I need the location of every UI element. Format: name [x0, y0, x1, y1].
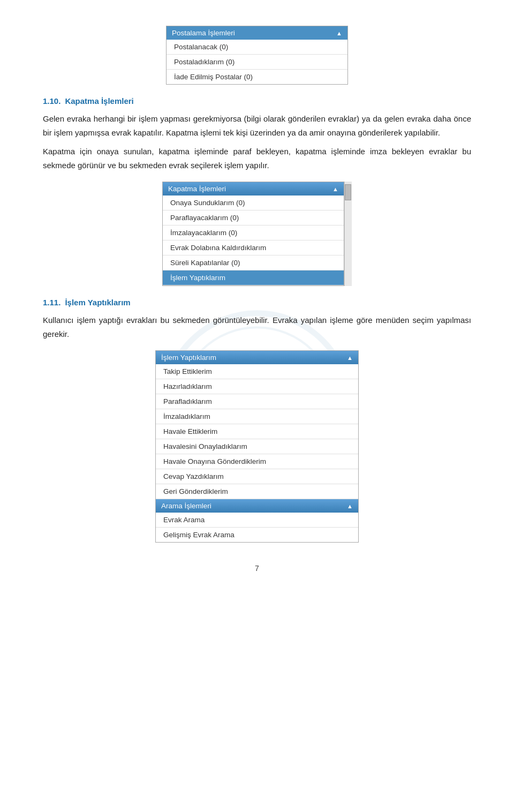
section-11-title: İşlem Yaptıklarım	[65, 298, 130, 307]
section-10-paragraph2: Kapatma için onaya sunulan, kapatma işle…	[43, 145, 471, 172]
arama-panel-header: Arama İşlemleri ▲	[156, 499, 358, 513]
kapatma-item-4[interactable]: Evrak Dolabına Kaldırdıklarım	[163, 240, 344, 255]
kapatma-selected-item[interactable]: İşlem Yaptıklarım	[163, 270, 344, 285]
page-number: 7	[43, 564, 471, 573]
kapatma-item-1[interactable]: Onaya Sunduklarım (0)	[163, 196, 344, 210]
postalama-item-2[interactable]: Postaladıklarım (0)	[167, 55, 347, 70]
kapatma-item-2[interactable]: Paraflayacaklarım (0)	[163, 210, 344, 225]
postalama-panel-container: Postalama İşlemleri ▲ Postalanacak (0) P…	[43, 26, 471, 85]
islem-item-7[interactable]: Havale Onayına Gönderdiklerim	[156, 454, 358, 469]
postalama-panel-header: Postalama İşlemleri ▲	[167, 26, 347, 40]
islem-item-2[interactable]: Hazırladıklarım	[156, 379, 358, 394]
islem-panel-container: İşlem Yaptıklarım ▲ Takip Ettiklerim Haz…	[43, 350, 471, 543]
kapatma-panel-container: Kapatma İşlemleri ▲ Onaya Sunduklarım (0…	[43, 182, 471, 286]
postalama-chevron-up-icon: ▲	[336, 30, 342, 36]
arama-header-label: Arama İşlemleri	[161, 502, 211, 510]
islem-panel-header: İşlem Yaptıklarım ▲	[156, 351, 358, 364]
section-11-paragraph1: Kullanıcı işlem yaptığı evrakları bu sek…	[43, 313, 471, 341]
kapatma-panel: Kapatma İşlemleri ▲ Onaya Sunduklarım (0…	[162, 182, 344, 286]
islem-item-3[interactable]: Parafladıklarım	[156, 394, 358, 409]
kapatma-panel-header: Kapatma İşlemleri ▲	[163, 182, 344, 196]
islem-item-6[interactable]: Havalesini Onayladıklarım	[156, 439, 358, 454]
islem-panel: İşlem Yaptıklarım ▲ Takip Ettiklerim Haz…	[155, 350, 359, 543]
kapatma-item-5[interactable]: Süreli Kapatılanlar (0)	[163, 255, 344, 270]
kapatma-item-3[interactable]: İmzalayacaklarım (0)	[163, 225, 344, 240]
postalama-header-label: Postalama İşlemleri	[172, 29, 235, 37]
islem-item-4[interactable]: İmzaladıklarım	[156, 409, 358, 424]
section-10-paragraph1: Gelen evraka herhangi bir işlem yapması …	[43, 112, 471, 139]
islem-header-label: İşlem Yaptıklarım	[161, 354, 216, 362]
islem-item-5[interactable]: Havale Ettiklerim	[156, 424, 358, 439]
section-10-title: Kapatma İşlemleri	[65, 96, 133, 106]
arama-item-2[interactable]: Gelişmiş Evrak Arama	[156, 528, 358, 542]
islem-chevron-up-icon: ▲	[347, 355, 353, 361]
scroll-thumb[interactable]	[345, 184, 351, 200]
section-10-number: 1.10.	[43, 96, 61, 106]
postalama-panel: Postalama İşlemleri ▲ Postalanacak (0) P…	[166, 26, 348, 85]
kapatma-panel-wrapper: Kapatma İşlemleri ▲ Onaya Sunduklarım (0…	[162, 182, 352, 286]
arama-item-1[interactable]: Evrak Arama	[156, 513, 358, 528]
islem-item-9[interactable]: Geri Gönderdiklerim	[156, 484, 358, 499]
section-11-heading: 1.11. İşlem Yaptıklarım	[43, 298, 471, 307]
arama-chevron-up-icon: ▲	[347, 503, 353, 509]
section-10-heading: 1.10. Kapatma İşlemleri	[43, 96, 471, 106]
kapatma-header-label: Kapatma İşlemleri	[168, 185, 226, 193]
postalama-item-3[interactable]: İade Edilmiş Postalar (0)	[167, 70, 347, 84]
postalama-item-1[interactable]: Postalanacak (0)	[167, 40, 347, 55]
islem-item-8[interactable]: Cevap Yazdıklarım	[156, 469, 358, 484]
islem-item-1[interactable]: Takip Ettiklerim	[156, 364, 358, 379]
section-11-number: 1.11.	[43, 298, 61, 307]
panel-scrollbar[interactable]	[344, 182, 352, 286]
kapatma-chevron-up-icon: ▲	[332, 186, 338, 192]
